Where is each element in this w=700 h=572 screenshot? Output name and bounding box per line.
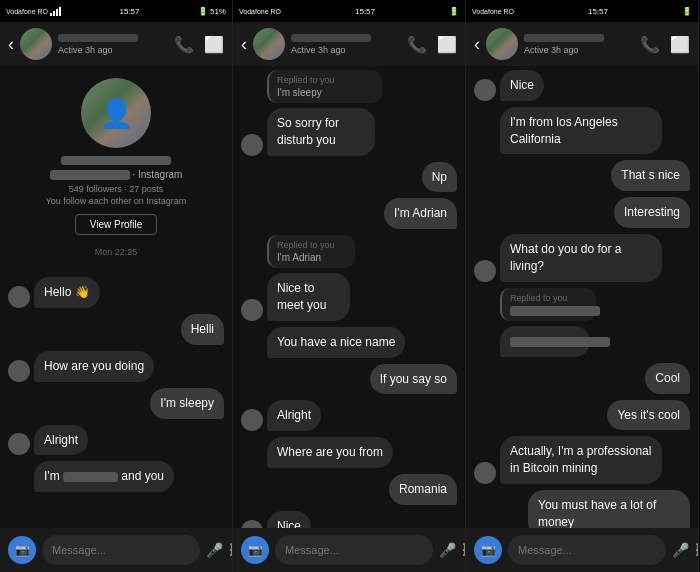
contact-name xyxy=(291,34,371,42)
message-row: Actually, I'm a professional in Bitcoin … xyxy=(474,436,690,484)
message-row: You have a nice name xyxy=(241,327,457,358)
header-actions: 📞 ⬜ xyxy=(174,35,224,54)
avatar xyxy=(486,28,518,60)
message-row: Romania xyxy=(241,474,457,505)
avatar xyxy=(474,462,496,484)
reply-preview: Replied to you I'm Adrian xyxy=(267,235,355,268)
message-bubble: How are you doing xyxy=(34,351,154,382)
camera-button[interactable]: 📷 xyxy=(474,536,502,564)
message-bubble: If you say so xyxy=(370,364,457,395)
message-row: Yes it's cool xyxy=(474,400,690,431)
message-bubble: So sorry for disturb you xyxy=(267,108,375,156)
message-row: What do you do for a living? xyxy=(474,234,690,282)
avatar xyxy=(20,28,52,60)
reply-preview: Replied to you I'm sleepy xyxy=(267,70,382,103)
avatar xyxy=(474,260,496,282)
camera-button[interactable]: 📷 xyxy=(241,536,269,564)
avatar xyxy=(8,286,30,308)
message-bubble: Romania xyxy=(389,474,457,505)
mic-icon[interactable]: 🎤 xyxy=(439,542,456,558)
message-row: I'm from los Angeles California xyxy=(474,107,690,155)
avatar xyxy=(8,360,30,382)
messages-3: Nice I'm from los Angeles California Tha… xyxy=(466,66,698,528)
active-status: Active 3h ago xyxy=(524,45,634,55)
message-bubble: Nice to meet you xyxy=(267,273,350,321)
avatar xyxy=(241,520,263,528)
header-info: Active 3h ago xyxy=(524,34,634,55)
avatar xyxy=(8,433,30,455)
profile-follow: You follow each other on Instagram xyxy=(46,196,187,206)
status-bar-1: Vodafone RO 15:57 🔋 51% xyxy=(0,0,232,22)
header-actions: 📞 ⬜ xyxy=(640,35,690,54)
message-bubble: Cool xyxy=(645,363,690,394)
avatar xyxy=(241,299,263,321)
message-row: Alright xyxy=(241,400,457,431)
header-info: Active 3h ago xyxy=(58,34,168,55)
message-bubble: Alright xyxy=(267,400,321,431)
mic-icon[interactable]: 🎤 xyxy=(206,542,223,558)
message-bubble: I'm from los Angeles California xyxy=(500,107,662,155)
status-bar-3: Vodafone RO 15:57 🔋 xyxy=(466,0,698,22)
message-row: Hello 👋 xyxy=(8,277,224,308)
message-bubble: You must have a lot of money xyxy=(528,490,690,528)
message-bubble: Actually, I'm a professional in Bitcoin … xyxy=(500,436,662,484)
input-icons: 🎤 🖼 😊 xyxy=(672,542,699,558)
active-status: Active 3h ago xyxy=(291,45,401,55)
input-icons: 🎤 🖼 😊 xyxy=(206,542,233,558)
mic-icon[interactable]: 🎤 xyxy=(672,542,689,558)
battery-info: 🔋 51% xyxy=(198,7,226,16)
message-row: Alright xyxy=(8,425,224,456)
profile-name-redacted xyxy=(61,156,171,165)
message-row: Interesting xyxy=(474,197,690,228)
message-row: Nice xyxy=(474,70,690,101)
carrier-info: Vodafone RO xyxy=(239,8,281,15)
avatar xyxy=(253,28,285,60)
chat-header-3: ‹ Active 3h ago 📞 ⬜ xyxy=(466,22,698,66)
profile-instagram: · Instagram xyxy=(50,169,183,180)
input-bar-2: 📷 🎤 🖼 😊 xyxy=(233,528,465,572)
message-row: You must have a lot of money xyxy=(474,490,690,528)
back-button[interactable]: ‹ xyxy=(241,34,247,55)
message-bubble: I'm Adrian xyxy=(384,198,457,229)
message-input[interactable] xyxy=(42,535,200,565)
avatar xyxy=(241,409,263,431)
call-icon[interactable]: 📞 xyxy=(407,35,427,54)
message-bubble: You have a nice name xyxy=(267,327,405,358)
message-row: I'm sleepy xyxy=(8,388,224,419)
message-bubble: Helli xyxy=(181,314,224,345)
back-button[interactable]: ‹ xyxy=(474,34,480,55)
video-icon[interactable]: ⬜ xyxy=(670,35,690,54)
call-icon[interactable]: 📞 xyxy=(640,35,660,54)
date-separator: Mon 22:25 xyxy=(95,247,138,257)
call-icon[interactable]: 📞 xyxy=(174,35,194,54)
input-bar-1: 📷 🎤 🖼 😊 xyxy=(0,528,232,572)
video-icon[interactable]: ⬜ xyxy=(204,35,224,54)
chat-panel-3: Vodafone RO 15:57 🔋 ‹ Active 3h ago 📞 ⬜ … xyxy=(466,0,699,572)
profile-avatar: 👤 xyxy=(81,78,151,148)
input-bar-3: 📷 🎤 🖼 😊 xyxy=(466,528,698,572)
time-display: 15:57 xyxy=(119,7,139,16)
image-icon[interactable]: 🖼 xyxy=(695,542,699,558)
message-bubble: Np xyxy=(422,162,457,193)
message-input[interactable] xyxy=(275,535,433,565)
chat-panel-2: Vodafone RO 15:57 🔋 ‹ Active 3h ago 📞 ⬜ … xyxy=(233,0,466,572)
camera-button[interactable]: 📷 xyxy=(8,536,36,564)
profile-section: 👤 · Instagram 549 followers · 27 posts Y… xyxy=(0,66,232,273)
message-bubble: Where are you from xyxy=(267,437,393,468)
message-bubble xyxy=(500,326,590,357)
view-profile-button[interactable]: View Profile xyxy=(75,214,158,235)
time-display: 15:57 xyxy=(588,7,608,16)
message-input[interactable] xyxy=(508,535,666,565)
message-row: That s nice xyxy=(474,160,690,191)
message-row: Cool xyxy=(474,363,690,394)
back-button[interactable]: ‹ xyxy=(8,34,14,55)
message-row: I'm Adrian xyxy=(241,198,457,229)
messages-2: Replied to you I'm sleepy So sorry for d… xyxy=(233,66,465,528)
carrier-info: Vodafone RO xyxy=(6,7,61,16)
input-icons: 🎤 🖼 😊 xyxy=(439,542,466,558)
active-status: Active 3h ago xyxy=(58,45,168,55)
video-icon[interactable]: ⬜ xyxy=(437,35,457,54)
time-display: 15:57 xyxy=(355,7,375,16)
message-row: If you say so xyxy=(241,364,457,395)
message-bubble: Alright xyxy=(34,425,88,456)
